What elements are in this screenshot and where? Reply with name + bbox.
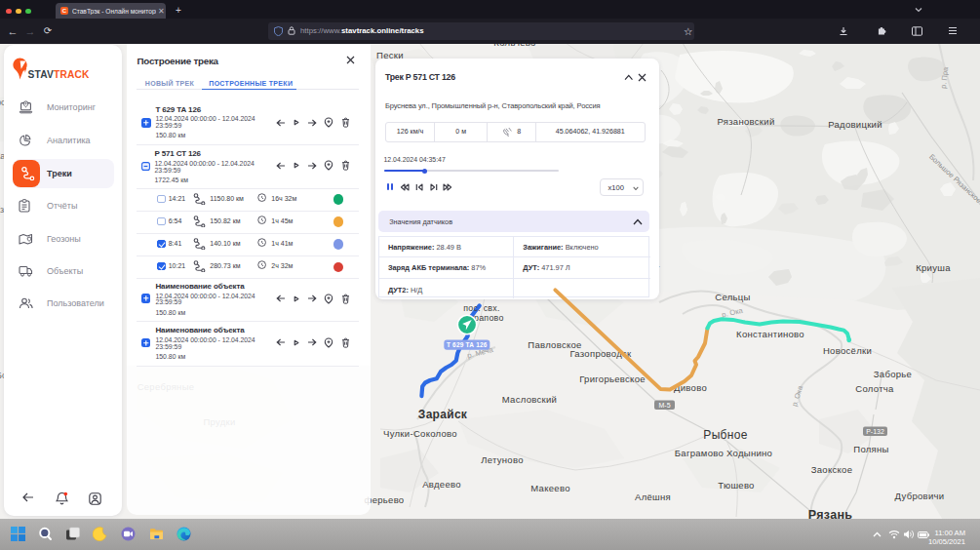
- svg-text:Криуша: Криуша: [916, 262, 951, 273]
- svg-text:Газопроводск: Газопроводск: [569, 348, 632, 359]
- svg-text:Солотча: Солотча: [855, 383, 894, 394]
- svg-text:Новосёлки: Новосёлки: [823, 345, 872, 356]
- svg-text:Макеево: Макеево: [530, 483, 569, 493]
- svg-text:Летуново: Летуново: [481, 454, 524, 465]
- svg-text:Зарайск: Зарайск: [418, 408, 468, 421]
- svg-text:Заборье: Заборье: [874, 369, 912, 379]
- svg-text:Тюшево: Тюшево: [718, 480, 754, 491]
- svg-text:М-5: М-5: [658, 402, 670, 409]
- svg-text:Р-132: Р-132: [866, 428, 884, 435]
- svg-text:Авдеево: Авдеево: [422, 479, 461, 490]
- svg-text:Масловский: Масловский: [502, 394, 557, 405]
- svg-text:Дубровичи: Дубровичи: [895, 491, 945, 501]
- svg-text:Поляны: Поляны: [853, 444, 888, 454]
- svg-text:Радовицкий: Радовицкий: [828, 119, 882, 130]
- svg-text:Константиново: Константиново: [736, 329, 804, 339]
- svg-text:Баграмово Ходынино: Баграмово Ходынино: [675, 448, 772, 458]
- svg-text:Дивово: Дивово: [674, 382, 707, 393]
- svg-text:Григорьевское: Григорьевское: [579, 373, 646, 384]
- svg-text:Алёшня: Алёшня: [635, 491, 671, 502]
- svg-text:Заокское: Заокское: [811, 464, 853, 475]
- svg-text:Сельцы: Сельцы: [715, 292, 750, 302]
- svg-text:Рязановский: Рязановский: [717, 116, 774, 127]
- svg-text:Чулки-Соколово: Чулки-Соколово: [383, 428, 457, 439]
- svg-text:Рыбное: Рыбное: [703, 428, 747, 442]
